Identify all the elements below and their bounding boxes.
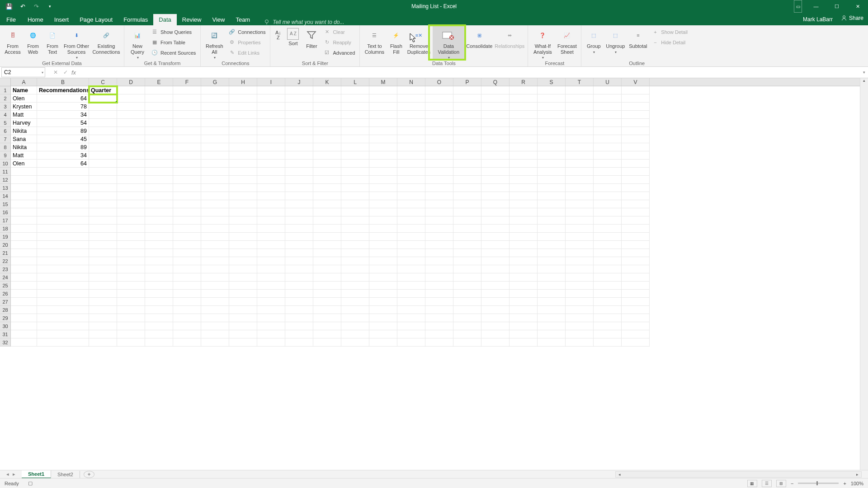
row-header-12[interactable]: 12	[0, 176, 11, 184]
share-button[interactable]: Share	[841, 15, 863, 21]
cell[interactable]	[313, 111, 341, 119]
cell[interactable]	[89, 241, 117, 249]
tab-file[interactable]: File	[0, 14, 22, 25]
cell[interactable]	[89, 160, 117, 168]
row-header-13[interactable]: 13	[0, 184, 11, 192]
cell[interactable]	[285, 290, 313, 298]
cell[interactable]	[145, 86, 173, 94]
cell[interactable]	[89, 111, 117, 119]
cell[interactable]	[594, 273, 622, 282]
cell[interactable]	[594, 306, 622, 314]
cell[interactable]	[229, 160, 257, 168]
cell[interactable]	[229, 143, 257, 151]
cell[interactable]	[481, 322, 509, 330]
cell[interactable]	[594, 298, 622, 306]
cell[interactable]	[201, 127, 229, 135]
cell[interactable]	[341, 94, 369, 103]
cell[interactable]	[257, 192, 285, 200]
cell[interactable]	[313, 290, 341, 298]
cell[interactable]	[285, 233, 313, 241]
cell[interactable]	[257, 94, 285, 103]
cell[interactable]	[173, 338, 201, 347]
cell[interactable]	[37, 273, 89, 282]
page-break-view-icon[interactable]: ⊞	[776, 480, 786, 487]
cell[interactable]	[229, 86, 257, 94]
cell[interactable]	[509, 168, 538, 176]
cell[interactable]	[37, 290, 89, 298]
cell[interactable]	[285, 338, 313, 347]
cell[interactable]	[145, 216, 173, 225]
cell[interactable]	[509, 208, 538, 216]
cell[interactable]	[341, 322, 369, 330]
cell[interactable]	[453, 314, 481, 322]
cell[interactable]	[509, 225, 538, 233]
cell[interactable]	[201, 94, 229, 103]
cell[interactable]	[538, 192, 566, 200]
cell-grid[interactable]: NameRecommendationsQuarterOlen64Krysten7…	[11, 86, 860, 470]
cell[interactable]	[566, 216, 594, 225]
cell[interactable]	[594, 94, 622, 103]
cell[interactable]	[229, 249, 257, 257]
cell[interactable]	[538, 306, 566, 314]
cell[interactable]	[509, 282, 538, 290]
row-header-17[interactable]: 17	[0, 216, 11, 225]
cell[interactable]	[117, 306, 145, 314]
cell[interactable]	[145, 338, 173, 347]
cell[interactable]	[566, 249, 594, 257]
cell[interactable]	[257, 216, 285, 225]
text-to-columns-button[interactable]: ☰Text to Columns	[363, 26, 386, 55]
cell[interactable]	[369, 330, 397, 338]
row-header-26[interactable]: 26	[0, 290, 11, 298]
cell[interactable]	[566, 322, 594, 330]
cell[interactable]	[453, 257, 481, 265]
cell[interactable]	[341, 314, 369, 322]
cell[interactable]	[257, 298, 285, 306]
ungroup-button[interactable]: ⬚Ungroup▾	[604, 26, 626, 54]
cell[interactable]	[145, 200, 173, 208]
cell[interactable]	[257, 143, 285, 151]
cell[interactable]	[622, 184, 650, 192]
cell[interactable]	[201, 143, 229, 151]
cell[interactable]	[145, 273, 173, 282]
cell[interactable]	[566, 273, 594, 282]
cell[interactable]	[313, 151, 341, 160]
from-access-button[interactable]: 🗄From Access	[3, 26, 23, 55]
cell[interactable]	[145, 322, 173, 330]
cell[interactable]	[229, 330, 257, 338]
sheet-tab-1[interactable]: Sheet1	[22, 470, 51, 479]
cell[interactable]	[397, 265, 425, 273]
cell[interactable]	[369, 176, 397, 184]
cell[interactable]	[369, 249, 397, 257]
cell[interactable]	[257, 86, 285, 94]
cell[interactable]	[313, 200, 341, 208]
cell[interactable]	[145, 94, 173, 103]
cell[interactable]	[509, 249, 538, 257]
cell[interactable]	[229, 282, 257, 290]
cell[interactable]	[11, 273, 37, 282]
save-icon[interactable]: 💾	[5, 3, 13, 10]
cell[interactable]	[201, 282, 229, 290]
cell[interactable]	[341, 184, 369, 192]
cell[interactable]	[145, 103, 173, 111]
cell[interactable]	[117, 290, 145, 298]
col-header-R[interactable]: R	[509, 78, 538, 86]
cell[interactable]	[566, 290, 594, 298]
cell[interactable]	[566, 225, 594, 233]
cell[interactable]	[11, 216, 37, 225]
from-text-button[interactable]: 📄From Text	[43, 26, 61, 55]
cell[interactable]	[453, 119, 481, 127]
cell[interactable]	[173, 86, 201, 94]
cell[interactable]	[566, 265, 594, 273]
cell[interactable]	[622, 322, 650, 330]
cell[interactable]	[622, 216, 650, 225]
cell[interactable]	[201, 168, 229, 176]
cell[interactable]	[566, 143, 594, 151]
cell[interactable]	[397, 216, 425, 225]
cell[interactable]	[369, 322, 397, 330]
cell[interactable]	[201, 119, 229, 127]
cell[interactable]	[341, 265, 369, 273]
cell[interactable]	[538, 111, 566, 119]
cell[interactable]	[11, 184, 37, 192]
cell[interactable]	[117, 282, 145, 290]
sheet-tab-2[interactable]: Sheet2	[51, 471, 80, 478]
